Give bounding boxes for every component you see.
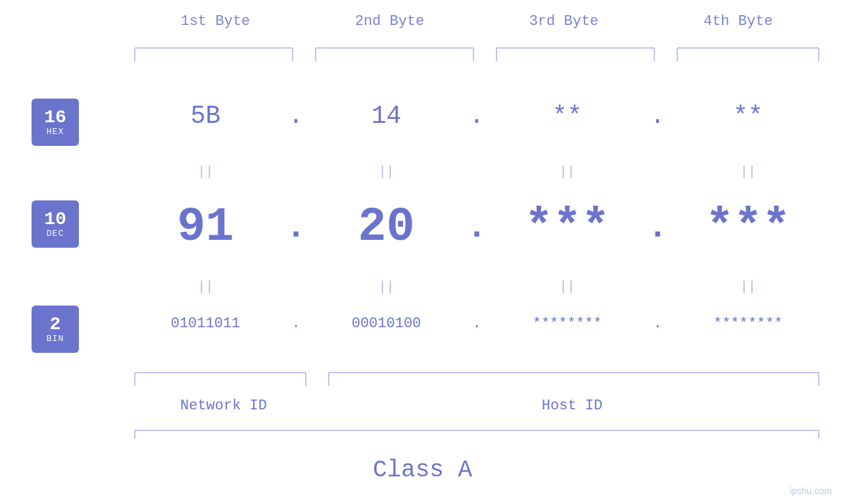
eq2-b3: ||	[490, 279, 644, 294]
dec-byte1: 91	[128, 200, 283, 254]
bin-byte4: ********	[671, 315, 825, 332]
dec-byte2: 20	[309, 200, 464, 254]
bin-badge-label: BIN	[47, 334, 64, 344]
dec-values-row: 91 . 20 . *** . ***	[128, 200, 825, 254]
bin-dot2: .	[464, 315, 490, 332]
hex-byte4: **	[671, 102, 825, 130]
hex-dot1: .	[283, 102, 309, 130]
class-label: Class A	[0, 457, 845, 484]
watermark: ipshu.com	[790, 486, 832, 496]
bin-values-row: 01011011 . 00010100 . ******** . *******…	[128, 315, 825, 332]
host-id-label: Host ID	[319, 398, 825, 414]
hex-badge: 16 HEX	[32, 99, 79, 146]
hex-badge-label: HEX	[47, 127, 64, 137]
dec-dot3: .	[644, 208, 671, 247]
hex-dot3: .	[644, 102, 671, 130]
dec-dot1: .	[283, 208, 309, 247]
eq2-b1: ||	[128, 279, 283, 294]
bin-badge: 2 BIN	[32, 306, 79, 353]
hex-byte1: 5B	[128, 102, 283, 130]
dec-badge-num: 10	[44, 210, 66, 229]
hex-values-row: 5B . 14 . ** . **	[128, 102, 825, 130]
bin-dot1: .	[283, 315, 309, 332]
eq1-b1: ||	[128, 164, 283, 179]
dec-badge: 10 DEC	[32, 200, 79, 248]
bottom-brackets	[128, 369, 827, 388]
eq1-b4: ||	[671, 164, 825, 179]
byte2-header: 2nd Byte	[302, 13, 477, 30]
main-container: 1st Byte 2nd Byte 3rd Byte 4th Byte 16 H…	[0, 0, 845, 504]
labels-row: Network ID Host ID	[128, 398, 825, 414]
hex-byte2: 14	[309, 102, 464, 130]
hex-badge-num: 16	[44, 108, 66, 127]
hex-dot2: .	[464, 102, 490, 130]
eq1-b3: ||	[490, 164, 644, 179]
network-id-label: Network ID	[128, 398, 319, 414]
byte-headers: 1st Byte 2nd Byte 3rd Byte 4th Byte	[128, 13, 825, 30]
byte1-header: 1st Byte	[128, 13, 302, 30]
eq2-b4: ||	[671, 279, 825, 294]
bin-dot3: .	[644, 315, 671, 332]
byte4-header: 4th Byte	[651, 13, 825, 30]
dec-byte4: ***	[671, 200, 825, 254]
bin-byte2: 00010100	[309, 315, 464, 332]
dec-dot2: .	[464, 208, 490, 247]
top-bracket	[128, 45, 827, 64]
class-bracket	[128, 427, 827, 440]
hex-byte3: **	[490, 102, 644, 130]
byte3-header: 3rd Byte	[477, 13, 651, 30]
bin-byte1: 01011011	[128, 315, 283, 332]
eq1-b2: ||	[309, 164, 464, 179]
bin-byte3: ********	[490, 315, 644, 332]
dec-badge-label: DEC	[47, 229, 64, 239]
eq2-b2: ||	[309, 279, 464, 294]
bin-badge-num: 2	[50, 315, 61, 334]
equals-row-2: || || || ||	[128, 279, 825, 294]
dec-byte3: ***	[490, 200, 644, 254]
equals-row-1: || || || ||	[128, 164, 825, 179]
